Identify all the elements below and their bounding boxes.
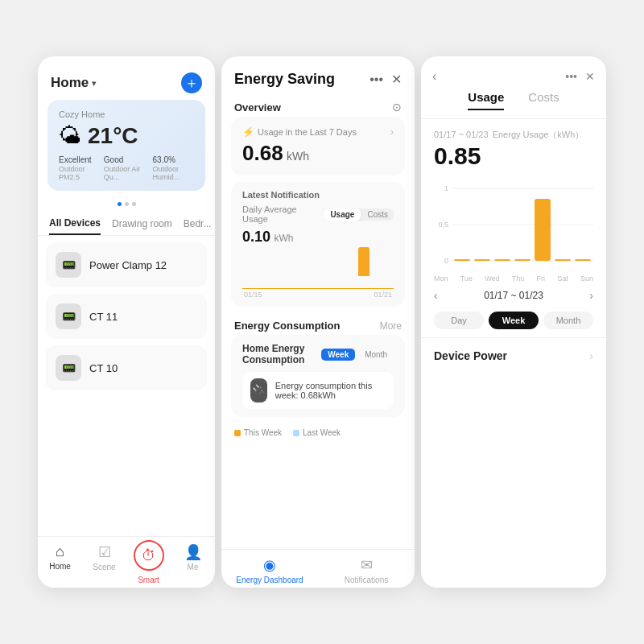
svg-text:1: 1 — [444, 184, 448, 192]
energy-bottom-nav: ◉ Energy Dashboard ✉ Notifications — [221, 549, 415, 588]
usage-more-icon[interactable]: ••• — [565, 70, 577, 83]
badge-text: Usage in the Last 7 Days — [258, 127, 357, 137]
dashboard-nav-label: Energy Dashboard — [236, 576, 303, 584]
week-month-toggle: Week Month — [321, 349, 394, 361]
add-button[interactable]: ＋ — [181, 72, 202, 93]
cloud-icon: 🌤 — [59, 122, 81, 149]
day-sat: Sat — [557, 275, 568, 283]
device-icon: 📟 — [56, 252, 81, 278]
home-energy-label: Home Energy Consumption — [242, 343, 321, 365]
usage-badge: ⚡ Usage in the Last 7 Days — [242, 126, 357, 138]
nav-notifications[interactable]: ✉ Notifications — [318, 556, 415, 584]
last-week-dot — [293, 430, 299, 436]
stat-humid: 63.0% Outdoor Humid... — [153, 155, 194, 181]
device-thumb-icon: 🔌 — [250, 378, 267, 402]
month-period-btn[interactable]: Month — [543, 312, 593, 329]
device-item-2[interactable]: 📟 CT 11 — [46, 294, 207, 339]
dot-3 — [132, 202, 136, 206]
home-bottom-nav: ⌂ Home ☑ Scene ⏱ Smart 👤 Me — [38, 536, 215, 588]
legend-last-week: Last Week — [293, 428, 341, 437]
tab-drawing-room[interactable]: Drawing room — [112, 213, 172, 234]
week-period-btn[interactable]: Week — [489, 312, 539, 329]
notification-label: Daily Average Usage — [242, 204, 324, 224]
tab-all-devices[interactable]: All Devices — [49, 213, 101, 235]
energy-usage-label: 01/17 ~ 01/23 Energy Usage（kWh） — [421, 119, 606, 142]
prev-date-btn[interactable]: ‹ — [434, 289, 438, 302]
nav-smart[interactable]: ⏱ Smart — [126, 543, 171, 584]
device-item-3[interactable]: 📟 CT 10 — [46, 345, 207, 390]
nav-scene[interactable]: ☑ Scene — [82, 543, 126, 584]
overview-settings-icon[interactable]: ⊙ — [392, 101, 402, 114]
usage-close-icon[interactable]: ✕ — [585, 70, 595, 83]
usage-header-icons: ••• ✕ — [565, 70, 595, 83]
this-week-label: This Week — [244, 428, 282, 437]
more-icon[interactable]: ••• — [369, 72, 383, 87]
day-period-btn[interactable]: Day — [434, 312, 484, 329]
usage-costs-toggle: Usage Costs — [324, 208, 394, 221]
scene-nav-icon: ☑ — [98, 543, 111, 561]
notification-unit: kWh — [275, 233, 294, 244]
month-btn[interactable]: Month — [358, 349, 394, 361]
usage-kwh-value: 0.85 — [421, 142, 606, 176]
device-power-label: Device Power — [434, 349, 507, 362]
usage-tabs: Usage Costs — [421, 90, 606, 119]
energy-title: Energy Saving — [234, 71, 335, 88]
next-date-btn[interactable]: › — [589, 289, 593, 302]
consumption-device-row: 🔌 Energy consumption this week: 0.68kWh — [242, 372, 394, 409]
energy-header: Energy Saving ••• ✕ — [221, 56, 415, 94]
close-icon[interactable]: ✕ — [391, 72, 402, 87]
day-tue: Tue — [460, 275, 473, 283]
device-name: CT 10 — [89, 362, 118, 374]
svg-rect-9 — [514, 259, 530, 261]
usage-header: ‹ ••• ✕ — [421, 56, 606, 90]
device-power-row[interactable]: Device Power › — [421, 338, 606, 374]
overview-chevron-icon[interactable]: › — [390, 126, 394, 138]
device-list: 📟 Power Clamp 12 📟 CT 11 📟 CT 10 — [38, 242, 215, 536]
date-nav-row: ‹ 01/17 ~ 01/23 › — [421, 284, 606, 307]
overview-kwh: 0.68 — [242, 141, 283, 165]
tab-costs[interactable]: Costs — [528, 90, 559, 110]
chart-date-start: 01/15 — [244, 291, 262, 299]
tab-bedroom[interactable]: Bedr... — [184, 213, 212, 234]
device-name: CT 11 — [89, 311, 118, 323]
svg-text:0: 0 — [444, 257, 448, 265]
device-name: Power Clamp 12 — [89, 259, 167, 271]
home-nav-icon: ⌂ — [56, 543, 64, 560]
nav-smart-label: Smart — [138, 576, 159, 584]
week-btn[interactable]: Week — [321, 349, 355, 361]
day-fri: Fri — [537, 275, 546, 283]
costs-toggle-btn[interactable]: Costs — [361, 208, 394, 221]
svg-rect-6 — [454, 259, 470, 261]
date-range-nav: 01/17 ~ 01/23 — [484, 290, 543, 301]
header-icons: ••• ✕ — [369, 72, 402, 87]
energy-cons-more[interactable]: More — [380, 320, 402, 332]
nav-home[interactable]: ⌂ Home — [38, 543, 82, 584]
notifications-nav-label: Notifications — [345, 576, 388, 584]
svg-rect-7 — [474, 259, 490, 261]
day-mon: Mon — [434, 275, 448, 283]
device-consumption-text: Energy consumption this week: 0.68kWh — [275, 381, 386, 400]
notification-kwh: 0.10 — [242, 229, 270, 245]
stat-pm25: Excellent Outdoor PM2.5 — [59, 155, 96, 181]
energy-panel: Energy Saving ••• ✕ Overview ⊙ ⚡ Usage i… — [221, 56, 415, 588]
svg-rect-8 — [494, 259, 510, 261]
device-item-1[interactable]: 📟 Power Clamp 12 — [46, 242, 207, 287]
bar-chart: 1 0.5 0 — [421, 176, 606, 273]
notification-title: Latest Notification — [242, 190, 394, 200]
this-week-dot — [234, 430, 241, 436]
carousel-dots — [38, 202, 215, 206]
home-title[interactable]: Home ▾ — [51, 75, 96, 91]
last-week-label: Last Week — [303, 428, 341, 437]
nav-me[interactable]: 👤 Me — [171, 543, 215, 584]
bolt-icon: ⚡ — [242, 126, 254, 138]
tab-usage[interactable]: Usage — [468, 90, 504, 110]
usage-toggle-btn[interactable]: Usage — [324, 208, 361, 221]
nav-energy-dashboard[interactable]: ◉ Energy Dashboard — [221, 556, 318, 584]
back-icon[interactable]: ‹ — [432, 69, 436, 84]
overview-unit: kWh — [287, 150, 309, 163]
weather-card: Cozy Home 🌤 21°C Excellent Outdoor PM2.5… — [47, 100, 205, 191]
nav-home-label: Home — [49, 562, 71, 571]
home-title-text: Home — [51, 75, 89, 91]
nav-me-label: Me — [188, 563, 199, 572]
energy-unit-label: Energy Usage（kWh） — [493, 130, 584, 139]
